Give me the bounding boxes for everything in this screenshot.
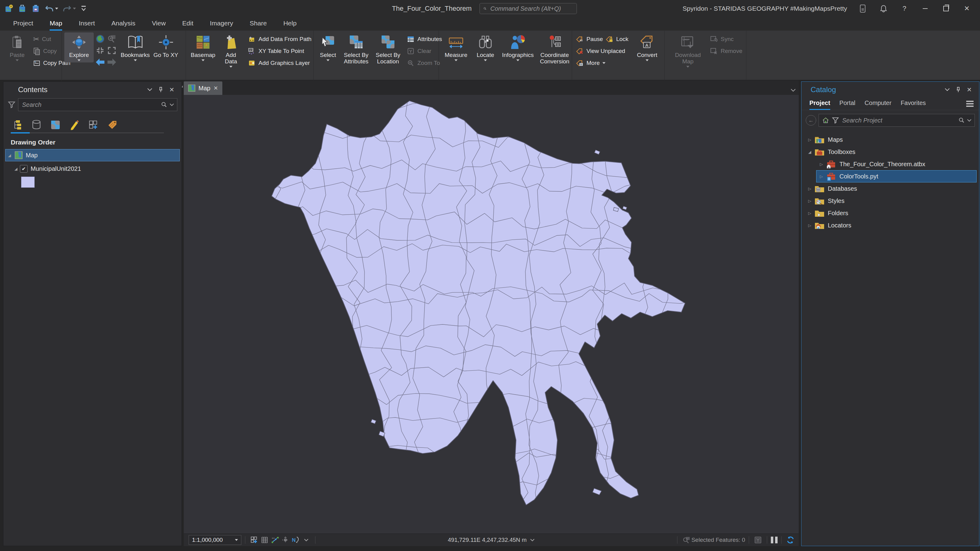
full-extent-button[interactable]: [95, 34, 105, 44]
tab-strip-menu-chevron-icon[interactable]: [791, 89, 795, 92]
tab-map[interactable]: Map: [41, 17, 70, 30]
explore-button[interactable]: Explore: [64, 32, 94, 62]
basemap-button[interactable]: Basemap: [188, 32, 218, 62]
tab-list-by-labeling[interactable]: [106, 120, 119, 133]
add-data-from-path-button[interactable]: Add Data From Path: [247, 33, 313, 45]
catalog-search-box[interactable]: [819, 114, 975, 127]
pyt-expander-icon[interactable]: ▷: [818, 174, 825, 179]
previous-extent-button[interactable]: [95, 58, 106, 67]
add-data-dropdown[interactable]: [229, 66, 232, 68]
contents-search-box[interactable]: [18, 98, 177, 111]
save-project-button[interactable]: [31, 4, 40, 13]
snap-mode-button[interactable]: [280, 535, 291, 545]
bookmarks-button[interactable]: Bookmarks: [119, 32, 151, 62]
tree-item-locators[interactable]: ▷ Locators: [802, 219, 979, 232]
go-to-xy-button[interactable]: Go To XY: [151, 32, 180, 59]
map-tab-close-icon[interactable]: ✕: [213, 85, 218, 92]
municipal-layer-row[interactable]: ◢ ✔ MunicipalUnit2021: [3, 162, 181, 175]
select-by-location-button[interactable]: Select By Location: [372, 32, 404, 66]
clear-selection-button[interactable]: Clear: [406, 45, 443, 57]
tab-list-by-editing[interactable]: [68, 120, 81, 133]
fixed-zoom-out-button[interactable]: [95, 46, 105, 56]
sync-button[interactable]: Sync: [709, 33, 744, 45]
download-map-button[interactable]: Download Map: [667, 32, 709, 69]
tab-help[interactable]: Help: [275, 17, 305, 30]
catalog-filter-funnel-icon[interactable]: [832, 117, 839, 124]
catalog-search-input[interactable]: [842, 117, 956, 124]
filter-funnel-icon[interactable]: [8, 101, 16, 109]
view-unplaced-button[interactable]: View Unplaced: [574, 45, 632, 57]
redo-dropdown[interactable]: [73, 8, 76, 10]
tree-item-toolboxes[interactable]: ◢ Toolboxes: [802, 146, 979, 158]
layer-expander-icon[interactable]: ◢: [12, 167, 20, 171]
locate-dropdown[interactable]: [484, 59, 487, 61]
catalog-tab-project[interactable]: Project: [810, 100, 830, 110]
grid-button[interactable]: [259, 535, 270, 545]
locators-expander-icon[interactable]: ▷: [806, 223, 814, 228]
infographics-dropdown[interactable]: [516, 59, 519, 61]
catalog-pin-icon[interactable]: [953, 84, 964, 95]
command-search[interactable]: [480, 3, 577, 14]
selected-features-status[interactable]: Selected Features: 0: [692, 537, 745, 543]
bookmarks-dropdown[interactable]: [134, 59, 137, 61]
feedback-icon[interactable]: [858, 3, 868, 14]
tab-view[interactable]: View: [144, 17, 174, 30]
layer-symbol-swatch[interactable]: [21, 176, 35, 187]
undo-dropdown[interactable]: [55, 8, 58, 10]
new-project-button[interactable]: [4, 4, 13, 13]
catalog-collapse-chevron-icon[interactable]: [942, 84, 953, 95]
coordinate-readout[interactable]: 491,729.11E 4,247,232.45N m: [448, 537, 535, 543]
tree-item-styles[interactable]: ▷ Styles: [802, 195, 979, 207]
infographics-button[interactable]: Infographics: [500, 32, 536, 62]
basemap-dropdown[interactable]: [202, 59, 205, 61]
catalog-tab-favorites[interactable]: Favorites: [901, 100, 926, 110]
notifications-bell-icon[interactable]: [878, 3, 889, 14]
labeling-lock-button[interactable]: Lock: [604, 33, 630, 45]
map-canvas[interactable]: [184, 95, 799, 534]
catalog-back-button[interactable]: ←: [806, 115, 816, 125]
minimize-button[interactable]: [920, 3, 931, 14]
tree-item-databases[interactable]: ▷ Databases: [802, 183, 979, 195]
xy-table-to-point-button[interactable]: XY XY Table To Point: [247, 45, 313, 57]
convert-labels-dropdown[interactable]: [646, 59, 649, 61]
open-project-button[interactable]: [18, 4, 27, 13]
catalog-close-icon[interactable]: ✕: [964, 84, 975, 95]
coordinate-conversion-button[interactable]: Coordinate Conversion: [536, 32, 574, 66]
select-by-attributes-button[interactable]: Select By Attributes: [340, 32, 372, 66]
undo-button[interactable]: [45, 4, 58, 13]
zoom-to-button[interactable]: Zoom To: [406, 57, 443, 69]
zoom-to-selected-icon[interactable]: [681, 535, 692, 545]
catalog-search-dropdown-icon[interactable]: [967, 119, 971, 122]
tab-analysis[interactable]: Analysis: [103, 17, 144, 30]
download-map-dropdown[interactable]: [686, 66, 689, 68]
tab-project[interactable]: Project: [5, 17, 41, 30]
command-search-input[interactable]: [490, 5, 573, 13]
catalog-tab-portal[interactable]: Portal: [840, 100, 855, 110]
convert-labels-button[interactable]: A Convert: [632, 32, 662, 62]
pause-drawing-button[interactable]: [771, 537, 778, 543]
explore-dropdown[interactable]: [78, 59, 81, 61]
status-more-chevron-icon[interactable]: [301, 535, 312, 545]
attributes-button[interactable]: Attributes: [406, 33, 443, 45]
tab-insert[interactable]: Insert: [70, 17, 103, 30]
measure-dropdown[interactable]: [455, 59, 458, 61]
tree-item-atbx[interactable]: ▷ The_Four_Color_Theorem.atbx: [802, 158, 979, 170]
tab-imagery[interactable]: Imagery: [202, 17, 241, 30]
folders-expander-icon[interactable]: ▷: [806, 211, 814, 216]
tab-list-by-drawing-order[interactable]: [11, 120, 24, 133]
clear-selected-icon[interactable]: [753, 535, 763, 545]
tab-edit[interactable]: Edit: [174, 17, 202, 30]
labeling-pause-button[interactable]: Pause: [574, 33, 604, 45]
maps-expander-icon[interactable]: ▷: [806, 137, 814, 142]
tab-list-by-snapping[interactable]: [87, 120, 100, 133]
restore-button[interactable]: [941, 3, 951, 14]
paste-button[interactable]: Paste: [2, 32, 32, 62]
contents-search-dropdown-icon[interactable]: [170, 103, 174, 106]
select-button[interactable]: Select: [316, 32, 340, 62]
locate-button[interactable]: Locate: [471, 32, 500, 62]
tab-list-by-data-source[interactable]: [30, 120, 43, 133]
snapping-toggle-button[interactable]: [270, 535, 280, 545]
tree-item-colortools[interactable]: ▷ ColorTools.pyt: [802, 170, 979, 183]
styles-expander-icon[interactable]: ▷: [806, 198, 814, 203]
add-graphics-layer-button[interactable]: Add Graphics Layer: [247, 57, 313, 69]
